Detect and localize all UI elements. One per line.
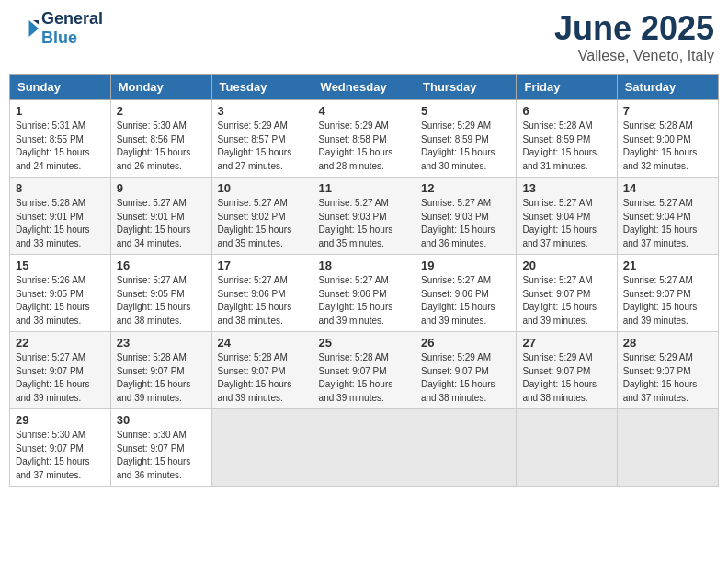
calendar-cell: 6Sunrise: 5:28 AM Sunset: 8:59 PM Daylig… [517,100,617,178]
day-info: Sunrise: 5:27 AM Sunset: 9:04 PM Dayligh… [623,197,712,250]
calendar-cell: 11Sunrise: 5:27 AM Sunset: 9:03 PM Dayli… [313,178,415,255]
day-number: 23 [117,336,206,350]
calendar-cell: 27Sunrise: 5:29 AM Sunset: 9:07 PM Dayli… [517,332,617,409]
day-number: 2 [117,104,206,118]
day-number: 22 [16,336,105,350]
day-number: 29 [16,413,105,427]
day-number: 30 [117,413,206,427]
day-info: Sunrise: 5:30 AM Sunset: 9:07 PM Dayligh… [16,429,105,482]
calendar-cell: 24Sunrise: 5:28 AM Sunset: 9:07 PM Dayli… [211,332,313,409]
calendar-cell: 8Sunrise: 5:28 AM Sunset: 9:01 PM Daylig… [10,178,111,255]
day-info: Sunrise: 5:28 AM Sunset: 9:01 PM Dayligh… [16,197,105,250]
day-number: 16 [117,259,206,272]
calendar-cell: 28Sunrise: 5:29 AM Sunset: 9:07 PM Dayli… [617,332,718,409]
day-info: Sunrise: 5:29 AM Sunset: 8:59 PM Dayligh… [421,120,510,173]
calendar-cell [415,409,517,487]
calendar-cell: 30Sunrise: 5:30 AM Sunset: 9:07 PM Dayli… [110,409,211,487]
calendar-cell: 26Sunrise: 5:29 AM Sunset: 9:07 PM Dayli… [415,332,517,409]
day-info: Sunrise: 5:27 AM Sunset: 9:07 PM Dayligh… [522,274,610,327]
calendar-cell: 1Sunrise: 5:31 AM Sunset: 8:55 PM Daylig… [10,100,111,178]
day-info: Sunrise: 5:29 AM Sunset: 9:07 PM Dayligh… [623,351,712,405]
day-info: Sunrise: 5:27 AM Sunset: 9:07 PM Dayligh… [623,274,712,327]
calendar-cell: 5Sunrise: 5:29 AM Sunset: 8:59 PM Daylig… [415,100,517,178]
weekday-header-monday: Monday [110,75,211,100]
day-number: 1 [16,104,105,118]
calendar-cell: 2Sunrise: 5:30 AM Sunset: 8:56 PM Daylig… [110,100,211,178]
day-number: 24 [218,336,307,350]
logo-general-text: General [41,9,103,29]
day-number: 27 [522,336,610,350]
page-header: General Blue June 2025 Vallese, Veneto, … [9,9,719,64]
calendar-cell: 18Sunrise: 5:27 AM Sunset: 9:06 PM Dayli… [313,255,415,332]
calendar-cell: 29Sunrise: 5:30 AM Sunset: 9:07 PM Dayli… [10,409,111,487]
calendar-cell: 16Sunrise: 5:27 AM Sunset: 9:05 PM Dayli… [110,255,211,332]
day-info: Sunrise: 5:27 AM Sunset: 9:06 PM Dayligh… [421,274,510,327]
calendar-cell: 14Sunrise: 5:27 AM Sunset: 9:04 PM Dayli… [617,178,718,255]
day-number: 7 [623,104,712,118]
day-info: Sunrise: 5:27 AM Sunset: 9:03 PM Dayligh… [421,197,510,250]
day-number: 20 [522,259,610,272]
day-info: Sunrise: 5:28 AM Sunset: 9:07 PM Dayligh… [319,351,409,405]
day-info: Sunrise: 5:28 AM Sunset: 9:07 PM Dayligh… [218,351,307,405]
calendar-cell: 13Sunrise: 5:27 AM Sunset: 9:04 PM Dayli… [517,178,617,255]
calendar-cell: 9Sunrise: 5:27 AM Sunset: 9:01 PM Daylig… [110,178,211,255]
day-number: 15 [16,259,105,272]
day-number: 8 [16,181,105,195]
day-number: 13 [522,181,610,195]
title-block: June 2025 Vallese, Veneto, Italy [554,9,714,64]
calendar-cell: 7Sunrise: 5:28 AM Sunset: 9:00 PM Daylig… [617,100,718,178]
day-number: 10 [218,181,307,195]
day-info: Sunrise: 5:28 AM Sunset: 9:00 PM Dayligh… [623,120,712,173]
day-number: 18 [319,259,409,272]
weekday-header-sunday: Sunday [10,75,111,100]
logo-blue-text: Blue [41,29,77,47]
day-info: Sunrise: 5:29 AM Sunset: 8:58 PM Dayligh… [319,120,409,173]
logo: General Blue [14,9,103,48]
calendar-cell: 15Sunrise: 5:26 AM Sunset: 9:05 PM Dayli… [10,255,111,332]
day-info: Sunrise: 5:30 AM Sunset: 8:56 PM Dayligh… [117,120,206,173]
month-title: June 2025 [554,9,714,48]
day-info: Sunrise: 5:27 AM Sunset: 9:06 PM Dayligh… [319,274,409,327]
calendar-cell [517,409,617,487]
day-number: 6 [522,104,610,118]
calendar-cell: 25Sunrise: 5:28 AM Sunset: 9:07 PM Dayli… [313,332,415,409]
day-info: Sunrise: 5:29 AM Sunset: 8:57 PM Dayligh… [218,120,307,173]
day-info: Sunrise: 5:28 AM Sunset: 9:07 PM Dayligh… [117,351,206,405]
day-info: Sunrise: 5:27 AM Sunset: 9:05 PM Dayligh… [117,274,206,327]
day-number: 25 [319,336,409,350]
day-number: 9 [117,181,206,195]
day-info: Sunrise: 5:27 AM Sunset: 9:03 PM Dayligh… [319,197,409,250]
calendar-cell: 10Sunrise: 5:27 AM Sunset: 9:02 PM Dayli… [211,178,313,255]
calendar-cell [617,409,718,487]
calendar-cell: 21Sunrise: 5:27 AM Sunset: 9:07 PM Dayli… [617,255,718,332]
day-info: Sunrise: 5:31 AM Sunset: 8:55 PM Dayligh… [16,120,105,173]
day-number: 11 [319,181,409,195]
day-info: Sunrise: 5:30 AM Sunset: 9:07 PM Dayligh… [117,429,206,482]
day-info: Sunrise: 5:27 AM Sunset: 9:07 PM Dayligh… [16,351,105,405]
day-number: 3 [218,104,307,118]
weekday-header-thursday: Thursday [415,75,517,100]
weekday-header-friday: Friday [517,75,617,100]
calendar-cell [313,409,415,487]
day-number: 5 [421,104,510,118]
day-number: 12 [421,181,510,195]
day-number: 19 [421,259,510,272]
day-info: Sunrise: 5:27 AM Sunset: 9:02 PM Dayligh… [218,197,307,250]
svg-marker-1 [33,20,39,25]
day-info: Sunrise: 5:26 AM Sunset: 9:05 PM Dayligh… [16,274,105,327]
weekday-header-tuesday: Tuesday [211,75,313,100]
logo-icon [14,15,41,42]
calendar-cell: 20Sunrise: 5:27 AM Sunset: 9:07 PM Dayli… [517,255,617,332]
day-number: 14 [623,181,712,195]
weekday-header-saturday: Saturday [617,75,718,100]
calendar-cell: 12Sunrise: 5:27 AM Sunset: 9:03 PM Dayli… [415,178,517,255]
calendar-cell: 4Sunrise: 5:29 AM Sunset: 8:58 PM Daylig… [313,100,415,178]
day-number: 17 [218,259,307,272]
calendar-cell: 19Sunrise: 5:27 AM Sunset: 9:06 PM Dayli… [415,255,517,332]
day-number: 4 [319,104,409,118]
calendar-table: SundayMondayTuesdayWednesdayThursdayFrid… [9,74,719,487]
weekday-header-wednesday: Wednesday [313,75,415,100]
day-info: Sunrise: 5:29 AM Sunset: 9:07 PM Dayligh… [522,351,610,405]
calendar-cell: 3Sunrise: 5:29 AM Sunset: 8:57 PM Daylig… [211,100,313,178]
day-number: 28 [623,336,712,350]
